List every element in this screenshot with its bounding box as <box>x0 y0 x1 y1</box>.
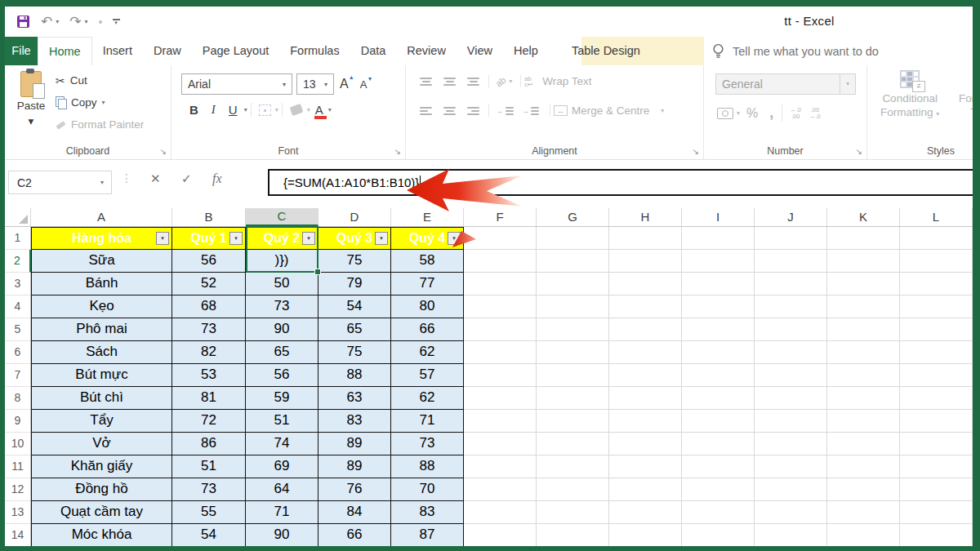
cell-J12[interactable] <box>755 478 827 501</box>
align-bottom-icon[interactable] <box>467 78 479 86</box>
cell-J3[interactable] <box>755 273 827 295</box>
underline-dropdown-icon[interactable]: ▾ <box>244 106 247 113</box>
cell-L2[interactable] <box>900 250 973 273</box>
cell-C2[interactable]: )}) <box>246 250 318 273</box>
cell-L11[interactable] <box>900 455 973 478</box>
cell-C10[interactable]: 74 <box>246 433 318 455</box>
cell-F4[interactable] <box>464 295 537 318</box>
filter-button[interactable]: ▾ <box>302 232 315 245</box>
accounting-format-icon[interactable] <box>717 108 733 119</box>
cell-F6[interactable] <box>464 341 537 364</box>
copy-button[interactable]: Copy ▾ <box>56 95 144 110</box>
cell-H4[interactable] <box>609 295 682 318</box>
cell-F12[interactable] <box>464 478 537 501</box>
cell-L13[interactable] <box>900 501 973 524</box>
column-header-J[interactable]: J <box>755 208 827 226</box>
cell-C4[interactable]: 73 <box>246 295 318 318</box>
cell-K13[interactable] <box>827 501 900 524</box>
cell-H3[interactable] <box>609 273 682 295</box>
row-header-3[interactable]: 3 <box>5 273 31 295</box>
cell-I5[interactable] <box>682 318 755 341</box>
cell-F10[interactable] <box>464 433 537 455</box>
cell-C14[interactable]: 90 <box>246 524 318 546</box>
cell-J7[interactable] <box>755 364 827 387</box>
cell-G14[interactable] <box>537 524 609 546</box>
cell-H13[interactable] <box>609 501 682 524</box>
cell-L10[interactable] <box>900 433 973 455</box>
copy-dropdown-icon[interactable]: ▾ <box>102 99 105 106</box>
cell-K1[interactable] <box>827 227 900 250</box>
tab-review[interactable]: Review <box>396 37 457 65</box>
number-dialog-launcher-icon[interactable]: ↘ <box>856 147 862 156</box>
column-header-I[interactable]: I <box>682 208 755 226</box>
cell-G1[interactable] <box>537 227 609 250</box>
cell-L4[interactable] <box>900 295 973 318</box>
cell-E4[interactable]: 80 <box>391 295 464 318</box>
cell-C5[interactable]: 90 <box>246 318 318 341</box>
merge-centre-button[interactable]: Merge & Centre <box>572 104 649 117</box>
cell-B13[interactable]: 55 <box>172 501 246 524</box>
cell-K10[interactable] <box>827 433 900 455</box>
tell-me-box[interactable]: Tell me what you want to do <box>712 37 879 65</box>
cell-F9[interactable] <box>464 410 537 433</box>
cell-K14[interactable] <box>827 524 900 546</box>
cell-A11[interactable]: Khăn giấy <box>31 455 172 478</box>
cell-K12[interactable] <box>827 478 900 501</box>
tab-home[interactable]: Home <box>38 37 92 65</box>
cell-I4[interactable] <box>682 295 755 318</box>
cell-E9[interactable]: 71 <box>391 410 464 433</box>
cell-H14[interactable] <box>609 524 682 546</box>
cell-K2[interactable] <box>827 250 900 273</box>
cell-H2[interactable] <box>609 250 682 273</box>
column-header-H[interactable]: H <box>609 208 682 226</box>
cell-H7[interactable] <box>609 364 682 387</box>
format-as-table-button[interactable]: Format as Table <box>959 70 973 119</box>
row-header-8[interactable]: 8 <box>5 387 31 410</box>
cell-J2[interactable] <box>755 250 827 273</box>
decrease-font-size-button[interactable]: A▼ <box>360 78 368 91</box>
cell-K5[interactable] <box>827 318 900 341</box>
cell-F7[interactable] <box>464 364 537 387</box>
font-size-dropdown-icon[interactable]: ▾ <box>318 81 333 88</box>
paste-dropdown-icon[interactable]: ▾ <box>29 114 34 127</box>
formula-input[interactable]: {=SUM(A1:A10*B1:B10)} <box>268 169 973 196</box>
tab-insert[interactable]: Insert <box>92 37 143 65</box>
cell-B12[interactable]: 73 <box>172 478 246 501</box>
column-header-F[interactable]: F <box>464 208 537 226</box>
fill-color-dropdown-icon[interactable]: ▾ <box>307 106 310 113</box>
cell-A1[interactable]: Hàng hóa▾ <box>31 227 172 250</box>
cell-L8[interactable] <box>900 387 973 410</box>
row-header-9[interactable]: 9 <box>5 410 31 433</box>
cell-B11[interactable]: 51 <box>172 455 246 478</box>
column-header-L[interactable]: L <box>900 208 973 226</box>
cell-I10[interactable] <box>682 433 755 455</box>
font-name-dropdown-icon[interactable]: ▾ <box>277 81 292 88</box>
font-color-dropdown-icon[interactable]: ▾ <box>328 106 332 113</box>
cell-L12[interactable] <box>900 478 973 501</box>
cell-K4[interactable] <box>827 295 900 318</box>
cell-G7[interactable] <box>537 364 609 387</box>
row-header-10[interactable]: 10 <box>5 433 31 455</box>
tab-help[interactable]: Help <box>503 37 549 65</box>
cell-G9[interactable] <box>537 410 609 433</box>
cell-B7[interactable]: 53 <box>172 364 246 387</box>
cell-F1[interactable] <box>464 227 537 250</box>
cell-B14[interactable]: 54 <box>172 524 246 546</box>
cell-B10[interactable]: 86 <box>172 433 246 455</box>
wrap-text-button[interactable]: Wrap Text <box>542 75 591 87</box>
cell-C12[interactable]: 64 <box>246 478 318 501</box>
cell-C9[interactable]: 51 <box>246 410 318 433</box>
cell-E2[interactable]: 58 <box>391 250 464 273</box>
cell-I7[interactable] <box>682 364 755 387</box>
cell-E14[interactable]: 87 <box>391 524 464 546</box>
cell-L6[interactable] <box>900 341 973 364</box>
conditional-formatting-button[interactable]: ≠ Conditional Formatting ▾ <box>880 70 939 121</box>
cell-D13[interactable]: 84 <box>318 501 391 524</box>
cell-J6[interactable] <box>755 341 827 364</box>
redo-icon[interactable]: ↷ <box>69 15 81 29</box>
cell-G11[interactable] <box>537 455 609 478</box>
orientation-dropdown-icon[interactable]: ▾ <box>509 78 512 85</box>
underline-button[interactable]: U <box>229 103 238 117</box>
name-box-dropdown-icon[interactable]: ▾ <box>93 179 111 186</box>
comma-style-icon[interactable]: , <box>769 104 773 122</box>
